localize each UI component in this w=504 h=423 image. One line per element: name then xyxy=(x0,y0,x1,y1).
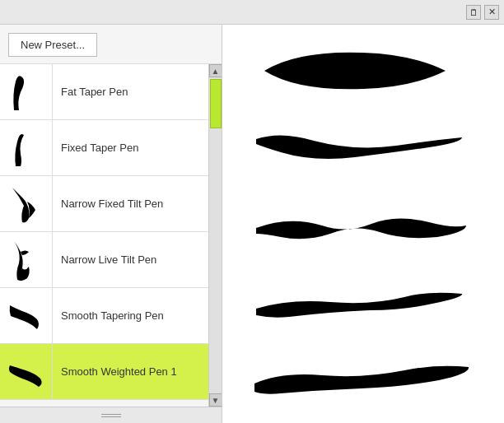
title-bar: 🗒 ✕ xyxy=(0,0,504,25)
pen-thumb-smooth-weighted xyxy=(0,344,53,400)
grip-line-1 xyxy=(101,414,121,415)
stroke-preview-1 xyxy=(248,46,478,95)
stroke-preview-4 xyxy=(248,276,478,325)
new-preset-button[interactable]: New Preset... xyxy=(8,33,97,57)
pen-list[interactable]: Fat Taper Pen Fixed Taper Pen xyxy=(0,64,208,407)
pen-item-narrow-live-tilt-pen[interactable]: Narrow Live Tilt Pen xyxy=(0,232,208,288)
pen-item-smooth-weighted-pen-1[interactable]: Smooth Weighted Pen 1 xyxy=(0,344,208,400)
grip-lines xyxy=(101,414,121,417)
stroke-preview-3 xyxy=(248,199,478,249)
left-panel: New Preset... Fat Taper Pen xyxy=(0,25,222,423)
pen-item-smooth-tapering-pen[interactable]: Smooth Tapering Pen xyxy=(0,288,208,344)
pen-label-smooth-tapering: Smooth Tapering Pen xyxy=(53,309,164,322)
pen-item-fat-taper-pen[interactable]: Fat Taper Pen xyxy=(0,64,208,120)
scroll-up-button[interactable]: ▲ xyxy=(209,64,222,77)
pen-thumb-narrow-fixed-tilt xyxy=(0,176,53,232)
scroll-thumb[interactable] xyxy=(210,79,222,128)
main-content: New Preset... Fat Taper Pen xyxy=(0,25,504,423)
pen-item-fixed-taper-pen[interactable]: Fixed Taper Pen xyxy=(0,120,208,176)
stroke-preview-5 xyxy=(248,352,478,402)
save-icon-btn[interactable]: 🗒 xyxy=(466,5,481,20)
pen-item-narrow-fixed-tilt-pen[interactable]: Narrow Fixed Tilt Pen xyxy=(0,176,208,232)
list-area: Fat Taper Pen Fixed Taper Pen xyxy=(0,64,222,407)
pen-thumb-smooth-tapering xyxy=(0,288,53,344)
window: 🗒 ✕ New Preset... Fat Taper Pen xyxy=(0,0,504,423)
pen-label-fixed-taper: Fixed Taper Pen xyxy=(53,142,138,154)
new-preset-bar: New Preset... xyxy=(0,25,222,64)
right-panel xyxy=(222,25,504,423)
pen-label-narrow-fixed-tilt: Narrow Fixed Tilt Pen xyxy=(53,198,163,210)
pen-thumb-fat-taper xyxy=(0,64,53,120)
bottom-bar xyxy=(0,407,222,423)
stroke-preview-2 xyxy=(248,123,478,172)
scroll-down-button[interactable]: ▼ xyxy=(209,393,222,407)
pen-label-smooth-weighted: Smooth Weighted Pen 1 xyxy=(53,365,177,378)
pen-label-fat-taper: Fat Taper Pen xyxy=(53,86,128,98)
close-button[interactable]: ✕ xyxy=(484,5,499,20)
pen-thumb-fixed-taper xyxy=(0,120,53,176)
pen-label-narrow-live-tilt: Narrow Live Tilt Pen xyxy=(53,253,156,266)
pen-thumb-narrow-live-tilt xyxy=(0,232,53,288)
scrollbar-track: ▲ ▼ xyxy=(208,64,222,407)
grip-line-2 xyxy=(101,416,121,417)
